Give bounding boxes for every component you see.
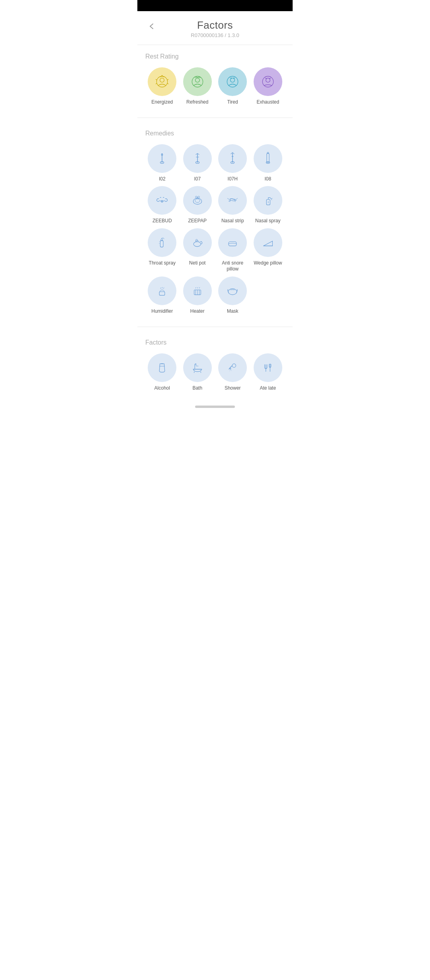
label-zeebud: ZEEBUD [152,218,172,224]
label-i07: I07 [194,176,201,182]
label-energized: Energized [151,99,173,106]
bath-icon [190,360,205,375]
item-tired[interactable]: Tired [216,67,250,106]
item-i07[interactable]: I07 [181,144,215,182]
circle-wedge-pillow [254,228,282,257]
i02-icon [154,151,170,166]
item-zeepap[interactable]: ZEEPAP [181,186,215,224]
item-shower[interactable]: Shower [216,353,250,392]
item-i07h[interactable]: I07H [216,144,250,182]
divider-1 [137,118,293,118]
factors-title: Factors [145,339,285,346]
i08-icon [260,151,276,166]
label-throat-spray: Throat spray [149,260,176,267]
svg-line-50 [230,365,232,368]
item-i02[interactable]: I02 [145,144,179,182]
item-nasal-strip[interactable]: Nasal strip [216,186,250,224]
wedge-pillow-icon [260,235,276,250]
label-ate-late: Ate late [260,385,276,392]
i07h-icon [225,151,240,166]
item-exhausted[interactable]: Exhausted [251,67,285,106]
circle-tired [218,67,247,96]
back-icon [148,22,156,30]
svg-point-1 [160,78,164,82]
item-i08[interactable]: I08 [251,144,285,182]
svg-line-22 [162,201,165,202]
svg-point-3 [195,78,199,82]
refreshed-icon [190,74,205,89]
label-shower: Shower [225,385,241,392]
circle-mask [218,276,247,305]
svg-line-21 [159,201,162,202]
circle-refreshed [183,67,212,96]
label-i08: I08 [264,176,271,182]
svg-point-49 [232,364,236,367]
svg-point-27 [195,196,197,198]
item-alcohol[interactable]: Alcohol [145,353,179,392]
item-ate-late[interactable]: Ate late [251,353,285,392]
item-mask[interactable]: Mask [216,276,250,315]
label-mask: Mask [227,308,238,315]
item-refreshed[interactable]: Refreshed [181,67,215,106]
rest-rating-grid: Energized Refreshed [145,67,285,106]
item-heater[interactable]: Heater [181,276,215,315]
circle-ate-late [254,353,282,382]
item-energized[interactable]: Energized [145,67,179,106]
item-nasal-spray[interactable]: Nasal spray [251,186,285,224]
status-bar [137,0,293,11]
svg-point-5 [231,78,235,82]
shower-icon [225,360,240,375]
circle-nasal-strip [218,186,247,215]
back-button[interactable] [145,20,158,33]
nasal-strip-icon [225,193,240,208]
energized-icon [154,74,170,89]
item-anti-snore-pillow[interactable]: Anti snore pillow [216,228,250,272]
page-subtitle: R0700000136 / 1.3.0 [191,32,239,38]
label-wedge-pillow: Wedge pillow [254,260,282,267]
remedies-grid: I02 I07 [145,144,285,272]
circle-anti-snore-pillow [218,228,247,257]
item-humidifier[interactable]: Humidifier [145,276,179,315]
svg-rect-38 [159,292,165,295]
item-wedge-pillow[interactable]: Wedge pillow [251,228,285,272]
remedies-section: Remedies I02 [137,122,293,323]
i07-icon [190,151,205,166]
divider-2 [137,327,293,327]
label-i07h: I07H [228,176,238,182]
circle-energized [148,67,176,96]
circle-zeepap [183,186,212,215]
alcohol-icon [154,360,170,375]
remedies-grid-row4: Humidifier Heater [145,276,285,315]
item-neti-pot[interactable]: Neti pot [181,228,215,272]
item-bath[interactable]: Bath [181,353,215,392]
item-zeebud[interactable]: ZEEBUD [145,186,179,224]
circle-shower [218,353,247,382]
rest-rating-title: Rest Rating [145,53,285,60]
label-neti-pot: Neti pot [189,260,205,267]
svg-marker-36 [263,241,272,246]
svg-point-28 [198,196,200,198]
label-heater: Heater [190,308,205,315]
circle-throat-spray [148,228,176,257]
item-throat-spray[interactable]: Throat spray [145,228,179,272]
rest-rating-section: Rest Rating Energized [137,45,293,114]
factors-section: Factors Alcohol [137,331,293,400]
ate-late-icon [260,360,276,375]
page-title: Factors [197,19,233,31]
remedies-title: Remedies [145,130,285,137]
circle-i08 [254,144,282,173]
label-i02: I02 [159,176,166,182]
label-nasal-spray: Nasal spray [255,218,280,224]
circle-bath [183,353,212,382]
humidifier-icon [154,283,170,298]
circle-neti-pot [183,228,212,257]
circle-i07h [218,144,247,173]
svg-rect-17 [267,153,269,163]
circle-i02 [148,144,176,173]
header: Factors R0700000136 / 1.3.0 [137,11,293,45]
svg-point-24 [193,198,201,204]
svg-rect-35 [229,242,236,246]
bottom-nav-bar [195,406,235,408]
circle-nasal-spray [254,186,282,215]
anti-snore-pillow-icon [225,235,240,250]
